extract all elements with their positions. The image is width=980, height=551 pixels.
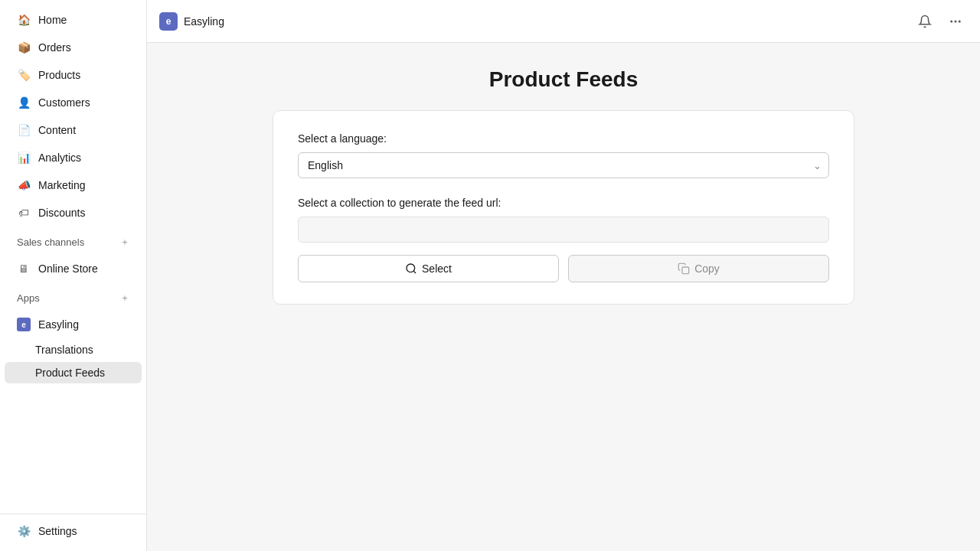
home-icon: 🏠 <box>17 13 31 27</box>
marketing-icon: 📣 <box>17 178 31 192</box>
svg-rect-7 <box>682 267 689 274</box>
sidebar-item-marketing[interactable]: 📣 Marketing <box>5 172 142 198</box>
topbar: e Easyling <box>147 0 980 43</box>
sidebar-item-label: Online Store <box>38 262 98 275</box>
customers-icon: 👤 <box>17 96 31 109</box>
apps-header[interactable]: Apps ＋ <box>5 285 142 311</box>
select-icon <box>405 262 417 275</box>
select-button[interactable]: Select <box>298 255 559 282</box>
svg-point-4 <box>959 20 961 22</box>
chevron-down-icon: ＋ <box>120 292 129 305</box>
sidebar-item-analytics[interactable]: 📊 Analytics <box>5 145 142 171</box>
settings-icon: ⚙️ <box>17 524 31 538</box>
sidebar-item-home[interactable]: 🏠 Home <box>5 7 142 33</box>
apps-label: Apps <box>17 292 40 304</box>
sidebar-bottom: ⚙️ Settings <box>0 514 146 545</box>
sidebar-item-label: Easyling <box>38 318 79 331</box>
copy-icon <box>678 262 690 275</box>
analytics-icon: 📊 <box>17 151 31 165</box>
language-select-wrapper: English German French Spanish Italian ⌄ <box>298 152 829 178</box>
sidebar-sub-item-label: Translations <box>35 344 93 356</box>
sidebar-item-products[interactable]: 🏷️ Products <box>5 62 142 88</box>
chevron-icon: ＋ <box>120 236 129 249</box>
discounts-icon: 🏷 <box>17 206 31 220</box>
page-title: Product Feeds <box>489 67 638 92</box>
notification-button[interactable] <box>913 9 937 34</box>
online-store-icon: 🖥 <box>17 262 31 276</box>
sales-channels-label: Sales channels <box>17 236 84 248</box>
sidebar-item-settings[interactable]: ⚙️ Settings <box>5 518 142 544</box>
sidebar-item-label: Discounts <box>38 207 85 219</box>
language-select[interactable]: English German French Spanish Italian <box>298 152 829 178</box>
sidebar-item-label: Analytics <box>38 152 81 164</box>
language-label: Select a language: <box>298 132 829 145</box>
sidebar-item-label: Orders <box>38 41 71 54</box>
sidebar-item-label: Products <box>38 69 80 81</box>
sidebar-item-label: Content <box>38 124 76 136</box>
app-icon: e <box>159 12 178 31</box>
collection-input[interactable] <box>298 217 829 243</box>
sidebar-sub-item-label: Product Feeds <box>35 367 105 379</box>
svg-point-3 <box>955 20 957 22</box>
copy-button[interactable]: Copy <box>568 255 829 282</box>
sidebar-sub-item-product-feeds[interactable]: Product Feeds <box>5 362 142 383</box>
sidebar: 🏠 Home 📦 Orders 🏷️ Products 👤 Customers … <box>0 0 147 551</box>
topbar-app-name: Easyling <box>184 15 224 28</box>
svg-line-6 <box>413 271 416 273</box>
product-feeds-card: Select a language: English German French… <box>273 110 854 305</box>
sales-channels-header[interactable]: Sales channels ＋ <box>5 230 142 255</box>
easyling-icon: e <box>17 318 31 331</box>
sidebar-item-discounts[interactable]: 🏷 Discounts <box>5 200 142 226</box>
sidebar-item-customers[interactable]: 👤 Customers <box>5 90 142 116</box>
content-area: Product Feeds Select a language: English… <box>147 43 980 551</box>
sidebar-item-label: Settings <box>38 525 77 537</box>
sidebar-item-label: Customers <box>38 96 90 109</box>
products-icon: 🏷️ <box>17 68 31 82</box>
content-icon: 📄 <box>17 123 31 137</box>
sidebar-item-orders[interactable]: 📦 Orders <box>5 34 142 60</box>
button-row: Select Copy <box>298 255 829 282</box>
more-options-button[interactable] <box>943 9 968 34</box>
orders-icon: 📦 <box>17 41 31 54</box>
collection-label: Select a collection to generate the feed… <box>298 197 829 209</box>
sidebar-item-label: Home <box>38 14 67 26</box>
sidebar-item-label: Marketing <box>38 179 85 191</box>
sidebar-item-easyling[interactable]: e Easyling <box>5 311 142 337</box>
main-area: e Easyling Product Feeds Select a langua… <box>147 0 980 551</box>
sidebar-sub-item-translations[interactable]: Translations <box>5 339 142 360</box>
topbar-actions <box>913 9 968 34</box>
sidebar-item-content[interactable]: 📄 Content <box>5 117 142 143</box>
svg-text:e: e <box>21 321 26 329</box>
sidebar-item-online-store[interactable]: 🖥 Online Store <box>5 256 142 282</box>
svg-point-2 <box>950 20 952 22</box>
svg-point-5 <box>407 264 415 272</box>
